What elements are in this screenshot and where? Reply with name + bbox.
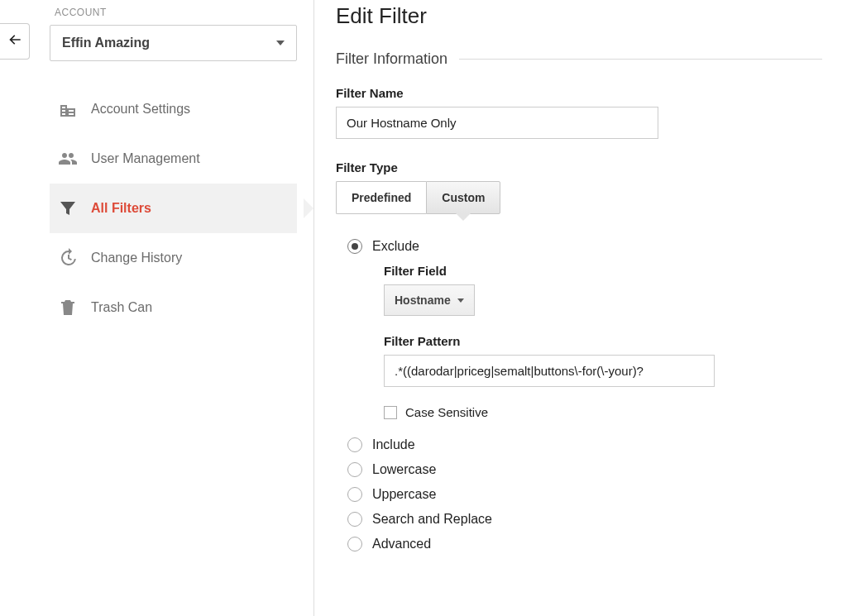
- filter-field-label: Filter Field: [384, 264, 822, 278]
- filter-name-label: Filter Name: [336, 86, 822, 100]
- tab-predefined[interactable]: Predefined: [336, 181, 426, 214]
- radio-search-replace[interactable]: Search and Replace: [347, 512, 822, 527]
- radio-advanced[interactable]: Advanced: [347, 537, 822, 552]
- sidebar-item-label: Account Settings: [91, 102, 190, 117]
- filter-name-input[interactable]: [336, 107, 658, 139]
- filter-pattern-label: Filter Pattern: [384, 334, 822, 348]
- radio-icon: [347, 462, 362, 477]
- exclude-details: Filter Field Hostname Filter Pattern Cas…: [384, 264, 822, 419]
- filter-type-block: Filter Type Predefined Custom Exclude Fi…: [336, 160, 822, 552]
- filter-field-dropdown[interactable]: Hostname: [384, 284, 475, 316]
- account-name: Effin Amazing: [62, 36, 150, 50]
- account-label: ACCOUNT: [55, 7, 297, 18]
- tab-custom[interactable]: Custom: [426, 181, 500, 214]
- funnel-icon: [58, 198, 78, 218]
- case-sensitive-label: Case Sensitive: [405, 405, 488, 419]
- divider: [459, 59, 822, 60]
- caret-down-icon: [457, 298, 464, 303]
- sidebar-item-label: All Filters: [91, 201, 151, 216]
- radio-icon: [347, 239, 362, 254]
- radio-include[interactable]: Include: [347, 437, 822, 452]
- checkbox-icon: [384, 406, 397, 419]
- sidebar-item-change-history[interactable]: Change History: [50, 233, 297, 283]
- users-icon: [58, 149, 78, 169]
- sidebar-nav: Account Settings User Management All Fil…: [50, 84, 297, 332]
- sidebar-item-label: Change History: [91, 251, 182, 265]
- sidebar-item-all-filters[interactable]: All Filters: [50, 184, 297, 233]
- radio-icon: [347, 437, 362, 452]
- radio-label: Uppercase: [372, 487, 436, 502]
- case-sensitive-row[interactable]: Case Sensitive: [384, 405, 822, 419]
- building-icon: [58, 99, 78, 119]
- main-content: Edit Filter Filter Information Filter Na…: [314, 0, 847, 616]
- radio-icon: [347, 512, 362, 527]
- radio-icon: [347, 487, 362, 502]
- sidebar-item-label: Trash Can: [91, 300, 152, 315]
- sidebar-item-label: User Management: [91, 151, 200, 166]
- sidebar-item-trash-can[interactable]: Trash Can: [50, 283, 297, 332]
- radio-icon: [347, 537, 362, 552]
- radio-label: Search and Replace: [372, 512, 492, 527]
- custom-filter-options: Exclude Filter Field Hostname Filter Pat…: [347, 239, 822, 552]
- radio-label: Lowercase: [372, 462, 436, 477]
- section-heading: Filter Information: [336, 50, 822, 68]
- back-arrow-icon: [7, 31, 23, 51]
- radio-uppercase[interactable]: Uppercase: [347, 487, 822, 502]
- history-icon: [58, 248, 78, 268]
- sidebar: ACCOUNT Effin Amazing Account Settings U…: [33, 0, 314, 616]
- filter-type-tabs: Predefined Custom: [336, 181, 500, 214]
- trash-icon: [58, 298, 78, 318]
- filter-type-label: Filter Type: [336, 160, 822, 174]
- radio-label: Advanced: [372, 537, 431, 552]
- back-button[interactable]: [0, 23, 30, 60]
- radio-lowercase[interactable]: Lowercase: [347, 462, 822, 477]
- radio-exclude[interactable]: Exclude: [347, 239, 822, 254]
- account-dropdown[interactable]: Effin Amazing: [50, 25, 297, 61]
- radio-label: Include: [372, 437, 415, 452]
- page-title: Edit Filter: [336, 3, 822, 29]
- section-heading-text: Filter Information: [336, 50, 447, 68]
- filter-name-block: Filter Name: [336, 86, 822, 139]
- filter-pattern-input[interactable]: [384, 355, 715, 387]
- caret-down-icon: [276, 41, 285, 45]
- filter-field-value: Hostname: [395, 294, 451, 307]
- radio-label: Exclude: [372, 239, 419, 254]
- sidebar-item-user-management[interactable]: User Management: [50, 134, 297, 184]
- sidebar-item-account-settings[interactable]: Account Settings: [50, 84, 297, 134]
